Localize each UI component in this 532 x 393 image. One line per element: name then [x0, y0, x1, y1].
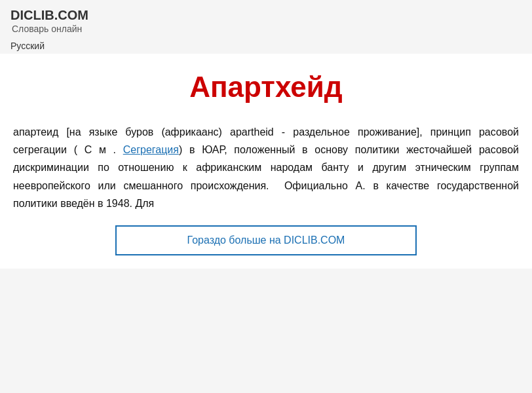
- site-header: DICLIB.COM Словарь онлайн: [0, 0, 532, 37]
- site-title: DICLIB.COM: [10, 8, 522, 23]
- more-button-container: Гораздо больше на DICLIB.COM: [13, 225, 519, 255]
- main-content: Апартхейд апартеид [на языке буров (афри…: [0, 54, 532, 269]
- site-subtitle: Словарь онлайн: [10, 24, 522, 34]
- language-label: Русский: [0, 37, 532, 54]
- segregation-link[interactable]: Сегрегация: [123, 144, 179, 155]
- more-button[interactable]: Гораздо больше на DICLIB.COM: [115, 225, 417, 255]
- definition-text: апартеид [на языке буров (африкаанс) apa…: [13, 123, 519, 212]
- word-title: Апартхейд: [13, 64, 519, 110]
